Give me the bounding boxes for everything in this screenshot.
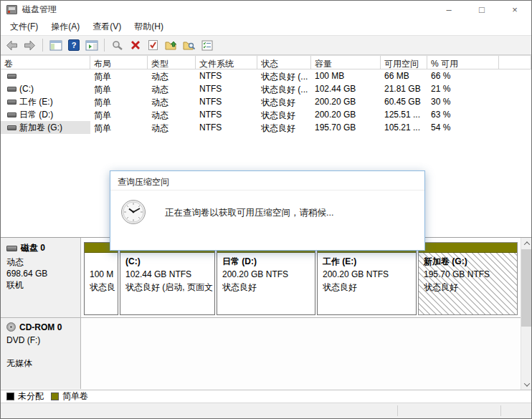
volume-layout: 简单 (90, 95, 148, 108)
partition-e[interactable]: 工作 (E:) 200.20 GB NTFS 状态良好 (317, 242, 417, 315)
table-row[interactable]: 日常 (D:) 简单 动态 NTFS 状态良好 200.20 GB 125.51… (1, 108, 531, 121)
volume-free: 105.21 ... (381, 121, 427, 134)
title-bar: 磁盘管理 – □ × (1, 1, 531, 18)
cdrom0-row: CD-ROM 0 DVD (F:) 无媒体 (1, 318, 531, 389)
partition-status: 状态良好 (424, 281, 516, 294)
cdrom0-label[interactable]: CD-ROM 0 DVD (F:) 无媒体 (1, 318, 81, 389)
scroll-up-icon[interactable] (521, 238, 532, 249)
back-icon[interactable] (4, 38, 19, 53)
volume-free: 21.81 GB (381, 82, 427, 95)
cdrom0-drive: DVD (F:) (6, 334, 76, 346)
simple-volume-band (419, 243, 517, 253)
volume-capacity: 100 MB (311, 69, 381, 82)
harddisk-icon (6, 246, 17, 251)
column-header-empty (499, 56, 531, 69)
volume-filesystem: NTFS (196, 95, 257, 108)
properties-list-icon[interactable] (199, 38, 214, 53)
menu-view[interactable]: 查看(V) (86, 19, 128, 35)
close-button[interactable]: × (498, 1, 531, 18)
volume-status: 状态良好 (... (257, 69, 311, 82)
statusbar-separator (500, 405, 501, 416)
svg-text:?: ? (71, 41, 76, 49)
volume-status: 状态良好 (257, 108, 311, 121)
partition-status: 状态良好 (222, 281, 313, 294)
check-document-icon[interactable] (146, 38, 161, 53)
volume-icon (7, 87, 16, 92)
table-row-selected[interactable]: 新加卷 (G:) 简单 动态 NTFS 状态良好 195.70 GB 105.2… (1, 121, 531, 134)
volume-filesystem: NTFS (196, 108, 257, 121)
table-row[interactable]: (C:) 简单 动态 NTFS 状态良好 (... 102.44 GB 21.8… (1, 82, 531, 95)
volume-percent-free: 63 % (427, 108, 499, 121)
volume-icon (7, 125, 16, 130)
disk0-label[interactable]: 磁盘 0 动态 698.64 GB 联机 (1, 238, 81, 317)
disk0-name: 磁盘 0 (21, 242, 45, 254)
partition-size: 200.20 GB NTFS (222, 268, 313, 281)
volume-type: 动态 (148, 108, 196, 121)
disk-management-window: 磁盘管理 – □ × 文件(F) 操作(A) 查看(V) 帮助(H) ? (0, 0, 532, 419)
partition-size: 200.20 GB NTFS (323, 268, 414, 281)
disk0-status: 联机 (6, 279, 76, 291)
volume-capacity: 102.44 GB (311, 82, 381, 95)
volume-name: (C:) (19, 84, 34, 94)
column-header-type[interactable]: 类型 (148, 56, 196, 69)
partition-name: 工作 (E:) (323, 255, 414, 268)
table-row[interactable]: 工作 (E:) 简单 动态 NTFS 状态良好 200.20 GB 60.45 … (1, 95, 531, 108)
volume-status: 状态良好 (257, 95, 311, 108)
toolbar: ? (1, 35, 531, 55)
volume-filesystem: NTFS (196, 121, 257, 134)
clock-icon (120, 199, 146, 227)
delete-volume-icon[interactable] (128, 38, 143, 53)
menu-file[interactable]: 文件(F) (4, 19, 44, 35)
column-header-capacity[interactable]: 容量 (311, 56, 381, 69)
column-header-status[interactable]: 状态 (257, 56, 311, 69)
minimize-button[interactable]: – (432, 1, 465, 18)
status-bar (1, 403, 531, 418)
menu-action[interactable]: 操作(A) (44, 19, 86, 35)
menu-help[interactable]: 帮助(H) (128, 19, 170, 35)
volume-status: 状态良好 (257, 121, 311, 134)
folder-search-icon[interactable] (181, 38, 196, 53)
window-title: 磁盘管理 (22, 4, 57, 16)
partition-status: 状态良好 (323, 281, 414, 294)
vertical-scrollbar[interactable] (521, 238, 531, 390)
maximize-button[interactable]: □ (465, 1, 498, 18)
partition-name: (C:) (125, 255, 213, 268)
forward-icon[interactable] (22, 38, 37, 53)
partition-size: 102.44 GB NTFS (125, 268, 213, 281)
cdrom0-empty-area (81, 318, 531, 389)
volume-percent-free: 21 % (427, 82, 499, 95)
table-row[interactable]: 简单 动态 NTFS 状态良好 (... 100 MB 66 MB 66 % (1, 69, 531, 82)
menu-bar: 文件(F) 操作(A) 查看(V) 帮助(H) (1, 18, 531, 35)
column-header-filesystem[interactable]: 文件系统 (196, 56, 257, 69)
scroll-down-icon[interactable] (521, 379, 532, 390)
graphical-view-pane: 磁盘 0 动态 698.64 GB 联机 100 M 状态良 (1, 238, 531, 390)
volume-icon (7, 100, 16, 105)
search-icon[interactable] (110, 38, 125, 53)
volume-layout: 简单 (90, 108, 148, 121)
cdrom0-media: 无媒体 (6, 357, 76, 369)
simple-volume-swatch (51, 392, 59, 400)
partition-g-selected[interactable]: 新加卷 (G:) 195.70 GB NTFS 状态良好 (418, 242, 518, 315)
volume-free: 60.45 GB (381, 95, 427, 108)
volume-percent-free: 66 % (427, 69, 499, 82)
partition-c[interactable]: (C:) 102.44 GB NTFS 状态良好 (启动, 页面文 (120, 242, 215, 315)
dialog-message: 正在查询卷以获取可用压缩空间，请稍候... (165, 207, 333, 219)
statusbar-separator (397, 405, 398, 416)
partition-system[interactable]: 100 M 状态良 (84, 242, 118, 315)
help-icon[interactable]: ? (66, 38, 81, 53)
volume-icon (7, 112, 16, 117)
partition-d[interactable]: 日常 (D:) 200.20 GB NTFS 状态良好 (217, 242, 315, 315)
column-header-free-space[interactable]: 可用空间 (381, 56, 427, 69)
action-pane-icon[interactable] (84, 38, 99, 53)
column-header-volume[interactable]: 卷 (1, 56, 90, 69)
folder-up-icon[interactable] (163, 38, 179, 53)
volume-type: 动态 (148, 69, 196, 82)
partition-name: 新加卷 (G:) (424, 255, 516, 268)
column-header-percent-free[interactable]: % 可用 (427, 56, 499, 69)
volume-name: 工作 (E:) (19, 96, 53, 108)
column-header-layout[interactable]: 布局 (90, 56, 148, 69)
partition-status: 状态良好 (启动, 页面文 (125, 281, 213, 294)
partition-size: 100 M (90, 268, 116, 281)
console-tree-icon[interactable] (48, 38, 63, 53)
scrollbar-thumb[interactable] (521, 249, 532, 327)
